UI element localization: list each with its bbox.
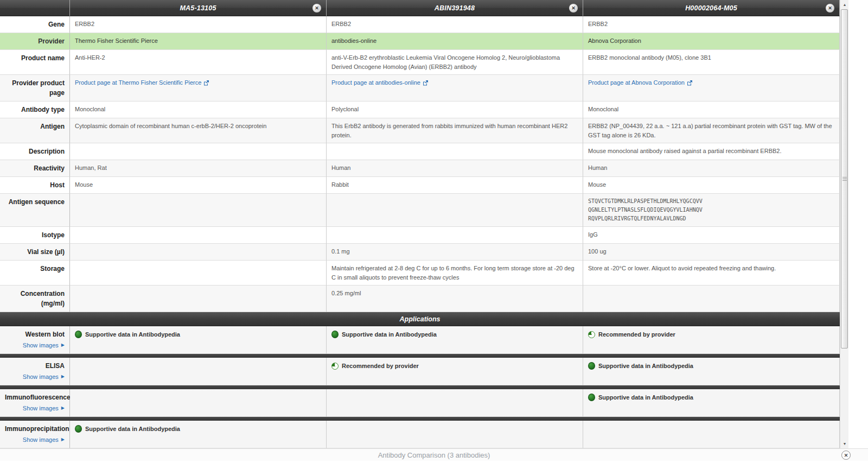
row-provider: Provider Thermo Fisher Scientific Pierce…: [0, 33, 840, 50]
antibody-type-value: Monoclonal: [70, 102, 327, 118]
row-immunofluorescence: Immunofluorescence Show images▶ Supporti…: [0, 389, 840, 417]
row-antibody-type: Antibody type Monoclonal Polyclonal Mono…: [0, 102, 840, 118]
recommended-by-provider-icon: [588, 331, 595, 338]
remove-column-icon[interactable]: ✕: [826, 4, 834, 12]
row-label: Vial size (µl): [0, 244, 70, 261]
isotype-value: [70, 227, 327, 244]
remove-column-icon[interactable]: ✕: [312, 4, 321, 12]
supportive-data-icon: [75, 331, 82, 338]
row-reactivity: Reactivity Human, Rat Human Human: [0, 160, 840, 177]
application-status-cell: Supportive data in Antibodypedia: [327, 326, 583, 354]
vial-size-value: 0.1 mg: [327, 244, 583, 261]
show-images-link[interactable]: Show images▶: [23, 435, 65, 445]
comparison-header-row: MA5-13105 ✕ ABIN391948 ✕ H00002064-M05 ✕: [0, 0, 840, 16]
application-label-cell: Western blot Show images▶: [0, 326, 70, 354]
row-label: Concentration (mg/ml): [0, 286, 70, 312]
show-images-link[interactable]: Show images▶: [23, 341, 65, 350]
row-label: Antigen: [0, 118, 70, 143]
external-link-icon: [423, 80, 429, 86]
arrow-down-icon: ▼: [843, 442, 847, 446]
comparison-title: Antibody Comparison (3 antibodies): [378, 451, 490, 459]
column-header-1: MA5-13105 ✕: [70, 0, 327, 16]
antibody-type-value: Polyclonal: [327, 102, 583, 118]
row-immunoprecipitation: Immunoprecipitation Show images▶ Support…: [0, 421, 840, 448]
supportive-data-icon: [75, 425, 82, 433]
row-storage: Storage Maintain refrigerated at 2-8 deg…: [0, 261, 840, 286]
provider-value: Thermo Fisher Scientific Pierce: [70, 33, 327, 50]
gene-value: ERBB2: [70, 16, 327, 33]
row-description: Description Mouse monoclonal antibody ra…: [0, 143, 840, 160]
row-label: Product name: [0, 50, 70, 75]
section-divider: [0, 354, 840, 358]
close-comparison-button[interactable]: ✕: [841, 451, 851, 460]
row-isotype: Isotype IgG: [0, 227, 840, 244]
gene-value: ERBB2: [583, 16, 840, 33]
row-label: Provider product page: [0, 75, 70, 102]
row-product-page: Provider product page Product page at Th…: [0, 75, 840, 102]
triangle-right-icon: ▶: [61, 342, 65, 348]
host-value: Mouse: [583, 177, 840, 194]
application-label-cell: ELISA Show images▶: [0, 358, 70, 385]
show-images-link[interactable]: Show images▶: [23, 404, 65, 413]
triangle-right-icon: ▶: [61, 405, 65, 411]
vial-size-value: [70, 244, 327, 261]
application-label-cell: Immunofluorescence Show images▶: [0, 389, 70, 417]
application-status-cell: [327, 389, 583, 417]
row-concentration: Concentration (mg/ml) 0.25 mg/ml: [0, 286, 840, 312]
host-value: Mouse: [70, 177, 327, 194]
remove-column-icon[interactable]: ✕: [569, 4, 578, 12]
row-label: Description: [0, 143, 70, 160]
application-status-cell: Supportive data in Antibodypedia: [583, 389, 840, 417]
antigen-value: This ErbB2 antibody is generated from ra…: [327, 118, 583, 143]
row-product-name: Product name Anti-HER-2 anti-V-Erb-B2 er…: [0, 50, 840, 75]
column-header-3: H00002064-M05 ✕: [583, 0, 840, 16]
column-header-2: ABIN391948 ✕: [327, 0, 583, 16]
application-status-cell: Supportive data in Antibodypedia: [70, 421, 327, 448]
antigen-value: Cytoplasmic domain of recombinant human …: [70, 118, 327, 143]
row-label: Antigen sequence: [0, 194, 70, 227]
antibody-id: H00002064-M05: [685, 4, 737, 12]
row-antigen-sequence: Antigen sequence STQVCTGTDMKLRLPASPETHLD…: [0, 194, 840, 227]
antigen-sequence-value: [327, 194, 583, 227]
row-western-blot: Western blot Show images▶ Supportive dat…: [0, 326, 840, 354]
row-label: Reactivity: [0, 160, 70, 177]
antibody-id: ABIN391948: [435, 4, 475, 12]
concentration-value: [583, 286, 840, 312]
arrow-up-icon: ▲: [843, 3, 847, 7]
antibody-comparison-screen: MA5-13105 ✕ ABIN391948 ✕ H00002064-M05 ✕…: [0, 0, 868, 469]
section-divider: [0, 385, 840, 389]
application-status-cell: Recommended by provider: [583, 326, 840, 354]
description-value: [327, 143, 583, 160]
product-page-cell: Product page at Thermo Fisher Scientific…: [70, 75, 327, 102]
scrollbar-thumb[interactable]: [841, 9, 848, 348]
isotype-value: [327, 227, 583, 244]
triangle-right-icon: ▶: [61, 373, 65, 380]
row-label: Storage: [0, 261, 70, 286]
product-page-link[interactable]: Product page at Abnova Corporation: [588, 78, 693, 87]
product-page-link[interactable]: Product page at antibodies-online: [331, 78, 429, 87]
supportive-data-icon: [588, 394, 595, 401]
application-status-cell: Supportive data in Antibodypedia: [70, 326, 327, 354]
description-value: [70, 143, 327, 160]
show-images-link[interactable]: Show images▶: [23, 372, 65, 382]
concentration-value: [70, 286, 327, 312]
row-label: Isotype: [0, 227, 70, 244]
row-label: Host: [0, 177, 70, 194]
vertical-scrollbar[interactable]: ▲ ▼: [840, 0, 848, 448]
antigen-value: ERBB2 (NP_004439, 22 a.a. ~ 121 a.a) par…: [583, 118, 840, 143]
product-name-value: anti-V-Erb-B2 erythroblastic Leukemia Vi…: [327, 50, 583, 75]
product-page-link[interactable]: Product page at Thermo Fisher Scientific…: [75, 78, 209, 87]
antibody-type-value: Monoclonal: [583, 102, 840, 118]
row-elisa: ELISA Show images▶ Recommended by provid…: [0, 358, 840, 385]
scroll-up-button[interactable]: ▲: [841, 1, 848, 9]
reactivity-value: Human: [583, 160, 840, 177]
row-antigen: Antigen Cytoplasmic domain of recombinan…: [0, 118, 840, 143]
comparison-table-viewport: MA5-13105 ✕ ABIN391948 ✕ H00002064-M05 ✕…: [0, 0, 868, 448]
concentration-value: 0.25 mg/ml: [327, 286, 583, 312]
antibody-id: MA5-13105: [180, 4, 216, 12]
application-label-cell: Immunoprecipitation Show images▶: [0, 421, 70, 448]
antibody-comparison-table: MA5-13105 ✕ ABIN391948 ✕ H00002064-M05 ✕…: [0, 0, 840, 448]
scroll-down-button[interactable]: ▼: [841, 440, 848, 448]
description-value: Mouse monoclonal antibody raised against…: [583, 143, 840, 160]
section-divider: [0, 417, 840, 421]
